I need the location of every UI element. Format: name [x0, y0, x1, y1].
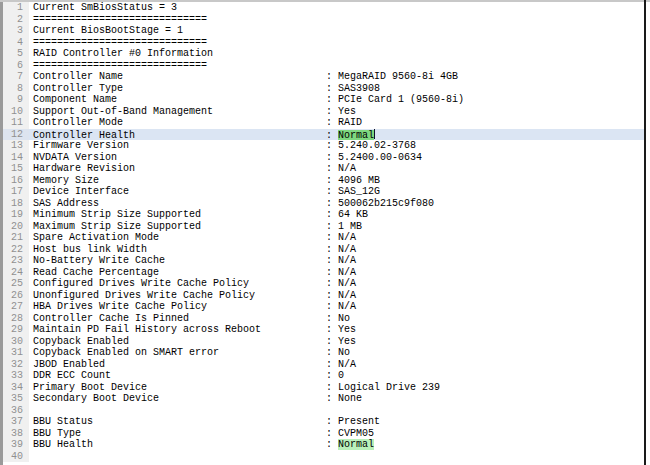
line-number: 18	[3, 198, 29, 210]
line-content: Controller Name: MegaRAID 9560-8i 4GB	[29, 71, 644, 83]
line-number: 6	[3, 60, 29, 72]
editor-line[interactable]: 38BBU Type: CVPM05	[3, 428, 644, 440]
editor-line[interactable]: 19Minimum Strip Size Supported: 64 KB	[3, 209, 644, 221]
field-value: Yes	[338, 336, 356, 347]
editor-line[interactable]: 4=============================	[3, 37, 644, 49]
editor-line[interactable]: 34Primary Boot Device: Logical Drive 239	[3, 382, 644, 394]
field-label: Unonfigured Drives Write Cache Policy	[33, 290, 326, 302]
editor-line[interactable]: 28Controller Cache Is Pinned: No	[3, 313, 644, 325]
field-label: Primary Boot Device	[33, 382, 326, 394]
editor-line[interactable]: 21Spare Activation Mode: N/A	[3, 232, 644, 244]
line-number: 17	[3, 186, 29, 198]
editor-line[interactable]: 13Firmware Version: 5.240.02-3768	[3, 140, 644, 152]
editor-line[interactable]: 8Controller Type: SAS3908	[3, 83, 644, 95]
field-label: DDR ECC Count	[33, 370, 326, 382]
field-value: 5.2400.00-0634	[338, 152, 422, 163]
editor-line[interactable]: 2=============================	[3, 14, 644, 26]
field-separator: :	[326, 130, 338, 141]
field-separator: :	[326, 416, 338, 427]
field-separator: :	[326, 209, 338, 220]
editor-line[interactable]: 15Hardware Revision: N/A	[3, 163, 644, 175]
line-content: Spare Activation Mode: N/A	[29, 232, 644, 244]
field-label: JBOD Enabled	[33, 359, 326, 371]
field-label: Minimum Strip Size Supported	[33, 209, 326, 221]
field-separator: :	[326, 83, 338, 94]
editor-line[interactable]: 27HBA Drives Write Cache Policy: N/A	[3, 301, 644, 313]
field-value: 500062b215c9f080	[338, 198, 434, 209]
field-label: NVDATA Version	[33, 152, 326, 164]
editor-line[interactable]: 40	[3, 451, 644, 463]
line-number: 21	[3, 232, 29, 244]
field-separator: :	[326, 186, 338, 197]
field-value: SAS_12G	[338, 186, 380, 197]
editor-line[interactable]: 1Current SmBiosStatus = 3	[3, 2, 644, 14]
field-value: N/A	[338, 232, 356, 243]
editor-line[interactable]: 12Controller Health: Normal	[3, 129, 644, 141]
field-value: PCIe Card 1 (9560-8i)	[338, 94, 464, 105]
field-value: N/A	[338, 301, 356, 312]
line-content: Hardware Revision: N/A	[29, 163, 644, 175]
line-content	[29, 405, 644, 417]
editor-line[interactable]: 23No-Battery Write Cache: N/A	[3, 255, 644, 267]
editor-line[interactable]: 24Read Cache Percentage: N/A	[3, 267, 644, 279]
editor-line[interactable]: 18SAS Address: 500062b215c9f080	[3, 198, 644, 210]
field-separator: :	[326, 163, 338, 174]
line-content: Controller Type: SAS3908	[29, 83, 644, 95]
editor-line[interactable]: 29Maintain PD Fail History across Reboot…	[3, 324, 644, 336]
field-label: Configured Drives Write Cache Policy	[33, 278, 326, 290]
line-number: 25	[3, 278, 29, 290]
field-label: Copyback Enabled	[33, 336, 326, 348]
editor-line[interactable]: 6=============================	[3, 60, 644, 72]
editor-line[interactable]: 5RAID Controller #0 Information	[3, 48, 644, 60]
line-number: 20	[3, 221, 29, 233]
field-label: Hardware Revision	[33, 163, 326, 175]
editor-line[interactable]: 35Secondary Boot Device: None	[3, 393, 644, 405]
field-label: Secondary Boot Device	[33, 393, 326, 405]
editor-line[interactable]: 7Controller Name: MegaRAID 9560-8i 4GB	[3, 71, 644, 83]
editor-line[interactable]: 32JBOD Enabled: N/A	[3, 359, 644, 371]
editor-line[interactable]: 9Component Name: PCIe Card 1 (9560-8i)	[3, 94, 644, 106]
editor-line[interactable]: 20Maximum Strip Size Supported: 1 MB	[3, 221, 644, 233]
editor-line[interactable]: 39BBU Health: Normal	[3, 439, 644, 451]
line-number: 4	[3, 37, 29, 49]
editor-line[interactable]: 22Host bus link Width: N/A	[3, 244, 644, 256]
field-value: CVPM05	[338, 428, 374, 439]
field-value: 4096 MB	[338, 175, 380, 186]
window-right-border	[644, 0, 646, 465]
editor-line[interactable]: 17Device Interface: SAS_12G	[3, 186, 644, 198]
editor-line[interactable]: 37BBU Status: Present	[3, 416, 644, 428]
line-number: 11	[3, 117, 29, 129]
line-content: Host bus link Width: N/A	[29, 244, 644, 256]
editor-line[interactable]: 26Unonfigured Drives Write Cache Policy:…	[3, 290, 644, 302]
line-number: 12	[3, 129, 29, 141]
editor-text-area[interactable]: 1Current SmBiosStatus = 32==============…	[3, 2, 644, 462]
editor-line[interactable]: 16Memory Size: 4096 MB	[3, 175, 644, 187]
field-label: HBA Drives Write Cache Policy	[33, 301, 326, 313]
line-content: Current BiosBootStage = 1	[29, 25, 644, 37]
editor-line[interactable]: 14NVDATA Version: 5.2400.00-0634	[3, 152, 644, 164]
line-number: 30	[3, 336, 29, 348]
field-separator: :	[326, 244, 338, 255]
field-separator: :	[326, 106, 338, 117]
line-content: Maximum Strip Size Supported: 1 MB	[29, 221, 644, 233]
line-content: DDR ECC Count: 0	[29, 370, 644, 382]
line-content: Unonfigured Drives Write Cache Policy: N…	[29, 290, 644, 302]
field-separator: :	[326, 313, 338, 324]
line-text: =============================	[33, 37, 207, 48]
editor-line[interactable]: 11Controller Mode: RAID	[3, 117, 644, 129]
line-number: 27	[3, 301, 29, 313]
editor-line[interactable]: 33DDR ECC Count: 0	[3, 370, 644, 382]
line-content: Device Interface: SAS_12G	[29, 186, 644, 198]
line-content: BBU Type: CVPM05	[29, 428, 644, 440]
field-separator: :	[326, 94, 338, 105]
field-separator: :	[326, 278, 338, 289]
editor-line[interactable]: 36	[3, 405, 644, 417]
editor-line[interactable]: 25Configured Drives Write Cache Policy: …	[3, 278, 644, 290]
editor-line[interactable]: 30Copyback Enabled: Yes	[3, 336, 644, 348]
line-number: 39	[3, 439, 29, 451]
line-number: 32	[3, 359, 29, 371]
field-label: Device Interface	[33, 186, 326, 198]
editor-line[interactable]: 10Support Out-of-Band Management: Yes	[3, 106, 644, 118]
editor-line[interactable]: 3Current BiosBootStage = 1	[3, 25, 644, 37]
editor-line[interactable]: 31Copyback Enabled on SMART error: No	[3, 347, 644, 359]
